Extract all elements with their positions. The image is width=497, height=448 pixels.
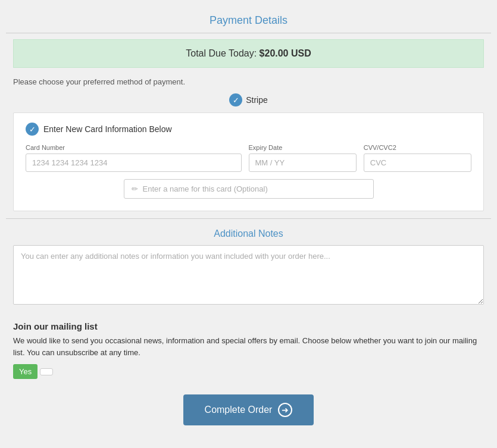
payment-method-label: Please choose your preferred method of p… bbox=[6, 74, 491, 89]
pencil-icon: ✏ bbox=[132, 184, 138, 193]
card-number-input[interactable] bbox=[26, 153, 242, 172]
cvv-label: CVV/CVC2 bbox=[364, 144, 471, 151]
stripe-option[interactable]: ✓ Stripe bbox=[6, 89, 491, 112]
expiry-label: Expiry Date bbox=[249, 144, 357, 151]
complete-order-section: Complete Order ➜ bbox=[6, 389, 491, 437]
mailing-list-section: Join our mailing list We would like to s… bbox=[6, 314, 491, 389]
mailing-no-button[interactable] bbox=[40, 368, 53, 375]
mailing-description: We would like to send you occasional new… bbox=[13, 335, 484, 358]
page-title: Payment Details bbox=[6, 6, 491, 33]
additional-notes-title: Additional Notes bbox=[13, 221, 484, 245]
expiry-group: Expiry Date bbox=[249, 144, 357, 172]
mailing-title: Join our mailing list bbox=[13, 321, 484, 331]
expiry-input[interactable] bbox=[249, 153, 357, 172]
cvv-group: CVV/CVC2 bbox=[364, 144, 471, 172]
divider-1 bbox=[6, 218, 491, 219]
card-name-input[interactable] bbox=[143, 184, 366, 193]
complete-order-button[interactable]: Complete Order ➜ bbox=[183, 394, 314, 425]
card-info-box: ✓ Enter New Card Information Below Card … bbox=[13, 112, 484, 211]
mailing-toggle: Yes bbox=[13, 364, 484, 379]
card-number-label: Card Number bbox=[26, 144, 242, 151]
card-check-icon: ✓ bbox=[26, 123, 39, 136]
card-name-row: ✏ bbox=[124, 179, 374, 199]
total-due-bar: Total Due Today: $20.00 USD bbox=[13, 39, 484, 68]
page-container: Payment Details Total Due Today: $20.00 … bbox=[6, 6, 491, 437]
mailing-yes-button[interactable]: Yes bbox=[13, 364, 37, 379]
arrow-circle-icon: ➜ bbox=[278, 403, 292, 417]
stripe-label: Stripe bbox=[246, 95, 268, 105]
card-info-header: ✓ Enter New Card Information Below bbox=[26, 123, 471, 136]
additional-notes-section: Additional Notes bbox=[6, 221, 491, 314]
total-due-label: Total Due Today: bbox=[186, 48, 257, 58]
total-due-amount: $20.00 USD bbox=[260, 48, 311, 58]
card-info-header-label: Enter New Card Information Below bbox=[43, 124, 172, 134]
card-number-group: Card Number bbox=[26, 144, 242, 172]
stripe-check-icon: ✓ bbox=[229, 93, 242, 106]
card-fields-row: Card Number Expiry Date CVV/CVC2 bbox=[26, 144, 471, 172]
complete-order-label: Complete Order bbox=[205, 405, 273, 415]
notes-textarea[interactable] bbox=[13, 245, 484, 305]
cvv-input[interactable] bbox=[364, 153, 471, 172]
